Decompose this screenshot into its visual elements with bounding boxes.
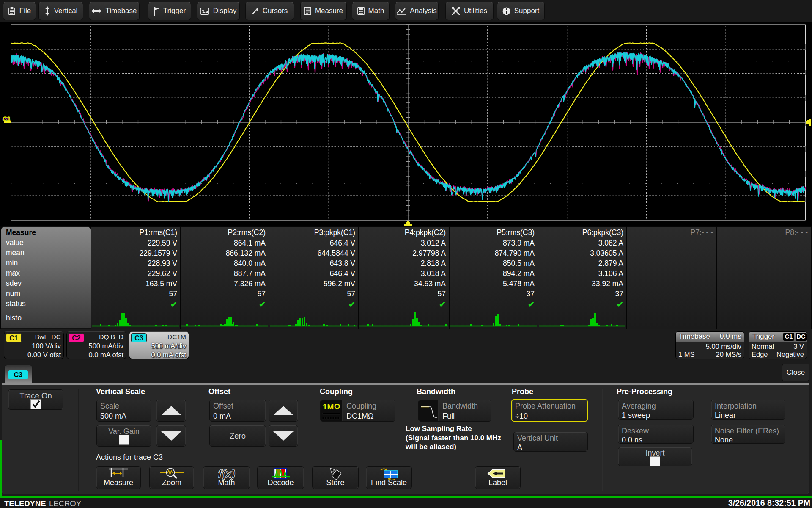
svg-text:f(x): f(x) [218, 468, 235, 480]
